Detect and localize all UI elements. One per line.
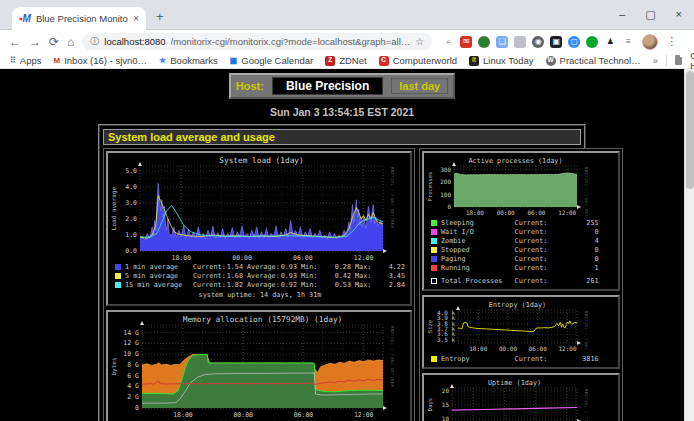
- legend-label: Paging: [441, 255, 511, 263]
- x-tick-label: 06:00: [293, 254, 313, 262]
- scrollbar-thumb[interactable]: [686, 71, 694, 189]
- legend-value: Min:0.53: [301, 281, 351, 289]
- new-tab-button[interactable]: +: [156, 9, 164, 24]
- bookmark-item[interactable]: ZZDNet: [325, 55, 366, 66]
- legend-value: Current:255: [515, 219, 599, 227]
- legend-value-num: 1: [594, 264, 598, 272]
- uptime-chart-svg: 10152018:0000:0006:0012:00Uptime (1day)D…: [426, 377, 588, 421]
- active-processes-graph: 010020030018:0000:0006:0012:00Active pro…: [426, 155, 616, 217]
- browser-tab[interactable]: ▪M Blue Precision Monitorix ×: [12, 7, 146, 30]
- bookmark-item[interactable]: WPractical Technol…: [546, 55, 641, 66]
- bookmark-item[interactable]: ltLinux Today: [469, 55, 534, 66]
- pin-icon[interactable]: ♟: [604, 36, 616, 48]
- legend-swatch: [431, 220, 437, 226]
- window-close-button[interactable]: ×: [676, 8, 682, 21]
- active-processes-panel[interactable]: 010020030018:0000:0006:0012:00Active pro…: [422, 151, 620, 291]
- legend-value: Current:3816: [515, 355, 599, 363]
- active-processes-legend: SleepingCurrent:255Wait I/OCurrent:0Zomb…: [426, 217, 616, 287]
- legend-row: Total ProcessesCurrent:261: [431, 276, 613, 285]
- copy-pages-icon[interactable]: ❏: [496, 36, 508, 48]
- zoom-icon[interactable]: ◻: [568, 36, 580, 48]
- back-button[interactable]: ←: [9, 35, 21, 49]
- y-tick-label: 100: [440, 191, 451, 198]
- url-bar[interactable]: ⓘ localhost:8080 /monitorix-cgi/monitori…: [82, 33, 432, 50]
- legend-value: Current:0: [515, 246, 599, 254]
- legend-value-key: Max:: [355, 281, 371, 289]
- bookmarks-bar: ⠿AppsMInbox (16) - sjvn0…★Bookmarks▦Goog…: [0, 53, 694, 69]
- y-axis-label: Days: [427, 398, 434, 411]
- system-load-panel[interactable]: 0.01.02.03.04.05.018:0000:0006:0012:00Sy…: [106, 151, 412, 306]
- active_processes-chart-svg: 010020030018:0000:0006:0012:00Active pro…: [426, 155, 588, 217]
- bookmark-item[interactable]: ⠿Apps: [10, 55, 42, 66]
- legend-value: Min:0.42: [301, 272, 351, 280]
- bookmark-item[interactable]: ★Bookmarks: [159, 55, 218, 66]
- legend-value-key: Average:: [247, 281, 280, 289]
- legend-value-num: 0.53: [335, 281, 351, 289]
- legend-label: Running: [441, 264, 511, 272]
- y-tick-label: 12 G: [123, 339, 139, 347]
- bookmarks-list: ⠿AppsMInbox (16) - sjvn0…★Bookmarks▦Goog…: [10, 55, 641, 66]
- tab-close-icon[interactable]: ×: [133, 13, 139, 24]
- y-tick-label: 4.0: [125, 183, 137, 191]
- y-tick-label: 5.0: [125, 167, 137, 175]
- profile-avatar[interactable]: [642, 34, 658, 50]
- period-button[interactable]: last day: [391, 78, 448, 94]
- left-column: 0.01.02.03.04.05.018:0000:0006:0012:00Sy…: [103, 148, 415, 421]
- uptime-panel[interactable]: 10152018:0000:0006:0012:00Uptime (1day)D…: [422, 373, 620, 421]
- bookmark-item[interactable]: CComputerworld: [379, 55, 457, 66]
- legend-row: StoppedCurrent:0: [431, 245, 613, 254]
- search-icon[interactable]: ⌕: [442, 36, 454, 48]
- y-tick-label: 8 G: [127, 361, 139, 369]
- screenshot-icon[interactable]: ▣: [550, 36, 562, 48]
- globe-icon[interactable]: [478, 36, 490, 48]
- rrdtool-watermark: RRDTOOL / TOBI OETIKER: [584, 167, 588, 217]
- y-axis-label: Size: [427, 320, 433, 333]
- bookmark-star-icon[interactable]: ☆: [415, 36, 424, 47]
- x-tick-label: 12:00: [354, 411, 374, 419]
- host-name-button[interactable]: Blue Precision: [272, 77, 383, 95]
- system-load-legend: 1 min averageCurrent:1.54Average:0.93Min…: [110, 261, 408, 302]
- legend-value: Average:0.93: [247, 263, 297, 271]
- legend-value: Max:2.84: [355, 281, 405, 289]
- home-button[interactable]: ⌂: [67, 35, 74, 49]
- eye-icon[interactable]: ◉: [532, 36, 544, 48]
- forward-button[interactable]: →: [29, 35, 41, 49]
- legend-row: SleepingCurrent:255: [431, 218, 613, 227]
- reload-button[interactable]: ⟳: [49, 35, 59, 49]
- bookmark-item[interactable]: MInbox (16) - sjvn0…: [54, 55, 148, 66]
- memory-allocation-panel[interactable]: 02 G4 G6 G8 G10 G12 G14 G18:0000:0006:00…: [106, 310, 412, 421]
- tab-title: Blue Precision Monitorix: [36, 13, 128, 24]
- x-tick-label: 06:00: [294, 411, 314, 419]
- tab-queue-icon[interactable]: ≡: [622, 36, 634, 48]
- browser-menu-icon[interactable]: ⋮: [666, 35, 678, 48]
- legend-value-key: Min:: [301, 272, 317, 280]
- bookmark-icon: Z: [325, 56, 335, 66]
- evernote-icon[interactable]: [586, 36, 598, 48]
- gmail-icon[interactable]: ✉: [460, 36, 472, 48]
- bookmark-icon: C: [379, 56, 389, 66]
- entropy-panel[interactable]: 3.5 k3.6 k3.7 k3.8 k3.9 k4.0 k18:0000:00…: [422, 295, 620, 369]
- memory-allocation-graph: 02 G4 G6 G8 G10 G12 G14 G18:0000:0006:00…: [110, 314, 408, 418]
- legend-value-key: Current:: [515, 255, 548, 263]
- y-tick-label: 15: [442, 401, 450, 408]
- y-tick-label: 14 G: [123, 329, 139, 337]
- x-tick-label: 18:00: [172, 254, 192, 262]
- legend-swatch: [115, 273, 121, 279]
- bookmark-item[interactable]: ▦Google Calendar: [230, 55, 313, 66]
- legend-label: Wait I/O: [441, 228, 511, 236]
- scrollbar-track[interactable]: [684, 69, 694, 421]
- legend-value-key: Current:: [515, 264, 548, 272]
- memory-chart-svg: 02 G4 G6 G8 G10 G12 G14 G18:0000:0006:00…: [110, 314, 394, 418]
- y-tick-label: 3.0: [125, 199, 137, 207]
- section-title: System load average and usage: [103, 129, 581, 145]
- bookmarks-overflow-chevron[interactable]: »: [653, 55, 658, 66]
- notes-icon[interactable]: [514, 36, 526, 48]
- legend-value-key: Max:: [355, 272, 371, 280]
- y-axis-label: Processes: [427, 172, 433, 202]
- legend-label: Zombie: [441, 237, 511, 245]
- browser-toolbar: ← → ⟳ ⌂ ⓘ localhost:8080 /monitorix-cgi/…: [0, 30, 694, 53]
- x-tick-label: 06:00: [527, 209, 545, 216]
- page-info-icon[interactable]: ⓘ: [90, 35, 99, 48]
- window-minimize-button[interactable]: –: [619, 8, 625, 21]
- window-maximize-button[interactable]: ▢: [645, 8, 655, 21]
